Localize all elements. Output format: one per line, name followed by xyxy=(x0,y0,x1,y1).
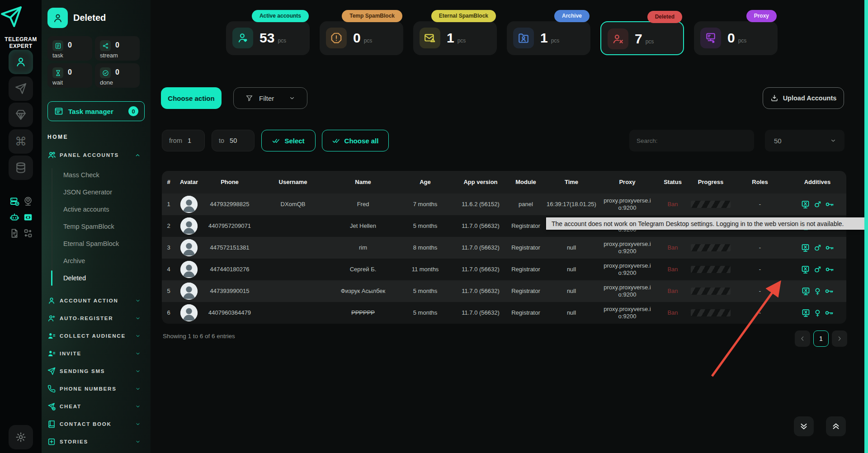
status-card-temp-spamblock[interactable]: Temp SpamBlock 0pcs xyxy=(320,21,403,55)
account-name: Jet Hellen xyxy=(350,222,376,230)
monitor-x-icon[interactable] xyxy=(801,265,810,274)
monitor-x-icon[interactable] xyxy=(801,200,810,209)
sidebar-item-sending-sms[interactable]: SENDING SMS xyxy=(42,364,151,378)
table-row[interactable]: 64407960364479РРРРРР5 months11.7.0 (5663… xyxy=(162,302,846,324)
users-icon xyxy=(47,151,57,160)
stat-label: task xyxy=(52,52,63,59)
rail-accounts-button[interactable] xyxy=(9,50,33,74)
page-size-select[interactable]: 50 xyxy=(765,130,844,151)
double-chevron-down-icon xyxy=(799,421,809,431)
rail-database-button[interactable] xyxy=(9,156,33,180)
gender-female-icon[interactable]: ♀ xyxy=(815,288,820,295)
key-icon[interactable] xyxy=(825,308,834,317)
card-badge: Archive xyxy=(554,10,590,22)
rail-commands-button[interactable]: ⌘ xyxy=(9,129,33,154)
to-input[interactable]: to 50 xyxy=(212,130,255,151)
key-icon[interactable] xyxy=(825,243,834,252)
page-scrollbar[interactable] xyxy=(864,0,868,453)
code-window-icon[interactable] xyxy=(23,212,33,223)
share-icon xyxy=(100,40,111,51)
gender-male-icon[interactable]: ♂ xyxy=(814,201,821,208)
column-header-avatar: Avatar xyxy=(175,179,203,186)
sidebar-item-json-generator[interactable]: JSON Generator xyxy=(63,184,140,200)
user-list-icon xyxy=(47,332,56,340)
sidebar-item-eternal-spamblock[interactable]: Eternal SpamBlock xyxy=(63,236,140,251)
rail-sending-button[interactable] xyxy=(9,76,33,101)
monitor-x-icon[interactable] xyxy=(801,243,810,253)
doc-check-icon[interactable] xyxy=(9,228,20,239)
choose-all-button[interactable]: Choose all xyxy=(322,130,389,151)
avatar xyxy=(180,304,198,321)
table-entries-summary: Showing 1 to 6 of 6 entries xyxy=(163,333,235,340)
key-icon[interactable] xyxy=(825,287,834,296)
column-header-app-version: App version xyxy=(453,179,508,186)
user-session-icon[interactable] xyxy=(23,196,33,207)
chevron-right-icon xyxy=(836,335,843,342)
sidebar-item-cheat[interactable]: CHEAT xyxy=(42,400,151,413)
sidebar-item-stories[interactable]: STORIES xyxy=(42,435,151,448)
pagination-page-1[interactable]: 1 xyxy=(813,330,829,347)
column-header-status: Status xyxy=(656,179,690,186)
search-input[interactable]: Search: xyxy=(629,130,754,151)
sidebar-item-invite[interactable]: INVITE xyxy=(42,347,151,360)
sidebar-item-collect-audience[interactable]: COLLECT AUDIENCE xyxy=(42,329,151,343)
sidebar-item-auto-register[interactable]: AUTO-REGISTER xyxy=(42,311,151,325)
scroll-to-top-button[interactable] xyxy=(826,416,846,436)
pagination-next-button[interactable] xyxy=(832,330,847,347)
status-card-deleted[interactable]: Deleted 7pcs xyxy=(600,21,684,55)
stat-chip-done: 0 done xyxy=(95,63,140,88)
select-button[interactable]: Select xyxy=(261,130,316,151)
stat-label: stream xyxy=(100,52,118,59)
task-manager-button[interactable]: Task manager 0 xyxy=(47,101,145,121)
table-row[interactable]: 1447932998825DXomQBFred7 months11.6.2 (5… xyxy=(162,193,846,215)
gender-male-icon[interactable]: ♂ xyxy=(814,266,821,274)
status-badge: Ban xyxy=(667,309,678,316)
gender-male-icon[interactable]: ♂ xyxy=(814,244,821,252)
sidebar-item-phone-numbers[interactable]: PHONE NUMBERS xyxy=(42,382,151,396)
sidebar-item-contact-book[interactable]: CONTACT BOOK xyxy=(42,417,151,431)
from-input[interactable]: from 1 xyxy=(162,130,205,151)
key-icon[interactable] xyxy=(825,200,834,209)
table-row[interactable]: 3447572151381rim8 months11.7.0 (56632)Re… xyxy=(162,237,846,259)
monitor-x-icon[interactable] xyxy=(801,308,811,318)
status-card-archive[interactable]: Archive 1pcs xyxy=(507,21,590,55)
column-header-progress: Progress xyxy=(690,179,731,186)
stat-label: done xyxy=(100,79,113,86)
brand-name: TELEGRAMEXPERT xyxy=(0,36,42,50)
table-row[interactable]: 4447440180276Сергей Б.11 months11.7.0 (5… xyxy=(162,259,846,280)
pagination-prev-button[interactable] xyxy=(795,330,810,347)
brand-logo-icon xyxy=(0,5,42,28)
sidebar-item-mass-check[interactable]: Mass Check xyxy=(63,167,140,183)
sidebar-item-active-accounts[interactable]: Active accounts xyxy=(63,202,140,217)
gender-female-icon[interactable]: ♀ xyxy=(815,309,820,317)
rail-premium-button[interactable] xyxy=(9,103,33,127)
choose-action-button[interactable]: Choose action xyxy=(161,87,222,109)
scroll-to-bottom-button[interactable] xyxy=(794,416,814,436)
sidebar-item-panel-accounts[interactable]: PANEL ACCOUNTS xyxy=(42,148,151,162)
card-unit: pcs xyxy=(738,38,747,44)
server-status-icon[interactable] xyxy=(9,196,20,207)
filter-dropdown[interactable]: Filter xyxy=(233,87,307,109)
progress-bar xyxy=(691,288,731,295)
swap-icon[interactable] xyxy=(23,228,33,239)
sidebar-item-archive[interactable]: Archive xyxy=(63,253,140,269)
sidebar-item-temp-spamblock[interactable]: Temp SpamBlock xyxy=(63,219,140,234)
status-badge: Ban xyxy=(667,288,678,295)
bot-icon[interactable] xyxy=(9,212,20,223)
status-card-eternal-spamblock[interactable]: Eternal SpamBlock 1pcs xyxy=(413,21,497,55)
status-card-proxy[interactable]: Proxy 0pcs xyxy=(694,21,778,55)
settings-button[interactable] xyxy=(9,425,33,449)
chevron-left-icon xyxy=(799,335,806,342)
key-icon[interactable] xyxy=(825,265,834,274)
avatar xyxy=(180,196,198,213)
sidebar-item-account-action[interactable]: ACCOUNT ACTION xyxy=(42,294,151,307)
monitor-x-icon[interactable] xyxy=(801,287,811,296)
upload-accounts-button[interactable]: Upload Accounts xyxy=(763,87,844,109)
chevron-down-icon xyxy=(289,95,295,101)
card-value: 7pcs xyxy=(635,31,654,47)
stat-label: wait xyxy=(52,79,63,86)
table-row[interactable]: 5447393990015Физрук Асылбек5 months11.7.… xyxy=(162,280,846,302)
status-card-active-accounts[interactable]: Active accounts 53pcs xyxy=(226,21,310,55)
progress-bar xyxy=(691,201,731,208)
sidebar-item-deleted[interactable]: Deleted xyxy=(63,270,140,286)
